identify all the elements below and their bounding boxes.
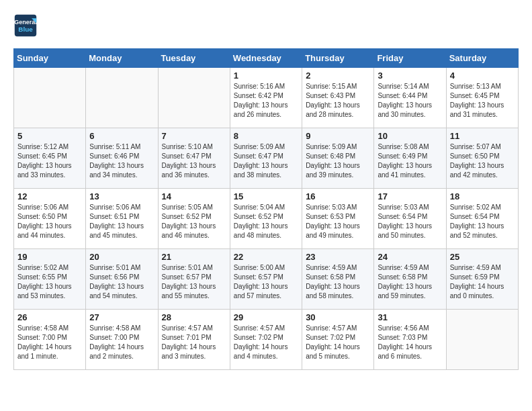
day-header-friday: Friday [374, 49, 446, 68]
day-number: 24 [378, 252, 442, 262]
day-number: 18 [450, 191, 515, 201]
calendar-cell: 21Sunrise: 5:01 AM Sunset: 6:57 PM Dayli… [158, 249, 230, 310]
cell-info: Sunrise: 5:02 AM Sunset: 6:54 PM Dayligh… [450, 203, 515, 240]
cell-info: Sunrise: 5:13 AM Sunset: 6:45 PM Dayligh… [450, 82, 515, 120]
day-number: 6 [89, 131, 154, 141]
cell-info: Sunrise: 4:57 AM Sunset: 7:02 PM Dayligh… [234, 324, 298, 361]
calendar-cell: 23Sunrise: 4:59 AM Sunset: 6:58 PM Dayli… [302, 249, 374, 310]
calendar-cell: 5Sunrise: 5:12 AM Sunset: 6:45 PM Daylig… [14, 128, 86, 189]
cell-info: Sunrise: 5:09 AM Sunset: 6:48 PM Dayligh… [306, 142, 370, 180]
calendar-cell: 8Sunrise: 5:09 AM Sunset: 6:47 PM Daylig… [230, 128, 302, 189]
cell-info: Sunrise: 5:12 AM Sunset: 6:45 PM Dayligh… [17, 142, 82, 180]
cell-info: Sunrise: 5:16 AM Sunset: 6:42 PM Dayligh… [234, 82, 298, 120]
day-number: 30 [306, 312, 370, 322]
calendar-week-5: 26Sunrise: 4:58 AM Sunset: 7:00 PM Dayli… [14, 310, 519, 370]
calendar-cell: 12Sunrise: 5:06 AM Sunset: 6:50 PM Dayli… [14, 189, 86, 249]
day-number: 11 [450, 131, 515, 141]
calendar-week-1: 1Sunrise: 5:16 AM Sunset: 6:42 PM Daylig… [14, 68, 519, 128]
cell-info: Sunrise: 5:04 AM Sunset: 6:52 PM Dayligh… [234, 203, 298, 240]
cell-info: Sunrise: 5:06 AM Sunset: 6:51 PM Dayligh… [89, 203, 154, 240]
calendar-cell: 16Sunrise: 5:03 AM Sunset: 6:53 PM Dayli… [302, 189, 374, 249]
day-number: 13 [89, 191, 154, 201]
calendar-cell: 10Sunrise: 5:08 AM Sunset: 6:49 PM Dayli… [374, 128, 446, 189]
calendar-cell [158, 68, 230, 128]
cell-info: Sunrise: 5:15 AM Sunset: 6:43 PM Dayligh… [306, 82, 370, 120]
calendar-cell: 31Sunrise: 4:56 AM Sunset: 7:03 PM Dayli… [374, 310, 446, 370]
cell-info: Sunrise: 5:01 AM Sunset: 6:56 PM Dayligh… [89, 263, 154, 301]
calendar-body: 1Sunrise: 5:16 AM Sunset: 6:42 PM Daylig… [14, 68, 519, 370]
calendar-cell: 9Sunrise: 5:09 AM Sunset: 6:48 PM Daylig… [302, 128, 374, 189]
calendar-cell: 6Sunrise: 5:11 AM Sunset: 6:46 PM Daylig… [86, 128, 158, 189]
day-header-thursday: Thursday [302, 49, 374, 68]
day-number: 28 [162, 312, 226, 322]
day-number: 9 [306, 131, 370, 141]
cell-info: Sunrise: 4:57 AM Sunset: 7:02 PM Dayligh… [306, 324, 370, 361]
calendar-cell: 15Sunrise: 5:04 AM Sunset: 6:52 PM Dayli… [230, 189, 302, 249]
logo-icon: General Blue [13, 13, 38, 38]
cell-info: Sunrise: 4:59 AM Sunset: 6:59 PM Dayligh… [450, 263, 515, 301]
cell-info: Sunrise: 5:14 AM Sunset: 6:44 PM Dayligh… [378, 82, 442, 120]
cell-info: Sunrise: 5:05 AM Sunset: 6:52 PM Dayligh… [162, 203, 226, 240]
calendar-cell: 24Sunrise: 4:59 AM Sunset: 6:58 PM Dayli… [374, 249, 446, 310]
cell-info: Sunrise: 5:11 AM Sunset: 6:46 PM Dayligh… [89, 142, 154, 180]
day-header-tuesday: Tuesday [158, 49, 230, 68]
cell-info: Sunrise: 4:57 AM Sunset: 7:01 PM Dayligh… [162, 324, 226, 361]
calendar-week-2: 5Sunrise: 5:12 AM Sunset: 6:45 PM Daylig… [14, 128, 519, 189]
cell-info: Sunrise: 4:58 AM Sunset: 7:00 PM Dayligh… [17, 324, 82, 361]
logo: General Blue [13, 13, 40, 38]
calendar-cell: 2Sunrise: 5:15 AM Sunset: 6:43 PM Daylig… [302, 68, 374, 128]
calendar-week-4: 19Sunrise: 5:02 AM Sunset: 6:55 PM Dayli… [14, 249, 519, 310]
calendar-cell: 29Sunrise: 4:57 AM Sunset: 7:02 PM Dayli… [230, 310, 302, 370]
day-number: 31 [378, 312, 442, 322]
cell-info: Sunrise: 5:10 AM Sunset: 6:47 PM Dayligh… [162, 142, 226, 180]
cell-info: Sunrise: 5:00 AM Sunset: 6:57 PM Dayligh… [234, 263, 298, 301]
day-number: 29 [234, 312, 298, 322]
day-number: 17 [378, 191, 442, 201]
cell-info: Sunrise: 4:59 AM Sunset: 6:58 PM Dayligh… [306, 263, 370, 301]
cell-info: Sunrise: 4:59 AM Sunset: 6:58 PM Dayligh… [378, 263, 442, 301]
day-number: 3 [378, 71, 442, 81]
day-number: 20 [89, 252, 154, 262]
day-number: 8 [234, 131, 298, 141]
day-number: 16 [306, 191, 370, 201]
calendar-cell: 7Sunrise: 5:10 AM Sunset: 6:47 PM Daylig… [158, 128, 230, 189]
day-number: 22 [234, 252, 298, 262]
calendar-cell: 11Sunrise: 5:07 AM Sunset: 6:50 PM Dayli… [446, 128, 518, 189]
calendar-cell: 4Sunrise: 5:13 AM Sunset: 6:45 PM Daylig… [446, 68, 518, 128]
calendar-cell [446, 310, 518, 370]
calendar-cell: 14Sunrise: 5:05 AM Sunset: 6:52 PM Dayli… [158, 189, 230, 249]
calendar-cell [86, 68, 158, 128]
day-header-monday: Monday [86, 49, 158, 68]
calendar-cell: 28Sunrise: 4:57 AM Sunset: 7:01 PM Dayli… [158, 310, 230, 370]
day-number: 19 [17, 252, 82, 262]
calendar-cell: 17Sunrise: 5:03 AM Sunset: 6:54 PM Dayli… [374, 189, 446, 249]
day-number: 5 [17, 131, 82, 141]
calendar-cell: 20Sunrise: 5:01 AM Sunset: 6:56 PM Dayli… [86, 249, 158, 310]
cell-info: Sunrise: 5:03 AM Sunset: 6:54 PM Dayligh… [378, 203, 442, 240]
day-number: 25 [450, 252, 515, 262]
calendar-week-3: 12Sunrise: 5:06 AM Sunset: 6:50 PM Dayli… [14, 189, 519, 249]
calendar-cell: 19Sunrise: 5:02 AM Sunset: 6:55 PM Dayli… [14, 249, 86, 310]
header-row: SundayMondayTuesdayWednesdayThursdayFrid… [14, 49, 519, 68]
calendar-cell: 18Sunrise: 5:02 AM Sunset: 6:54 PM Dayli… [446, 189, 518, 249]
day-header-sunday: Sunday [14, 49, 86, 68]
cell-info: Sunrise: 5:09 AM Sunset: 6:47 PM Dayligh… [234, 142, 298, 180]
calendar-header: SundayMondayTuesdayWednesdayThursdayFrid… [14, 49, 519, 68]
day-number: 1 [234, 71, 298, 81]
calendar-cell: 22Sunrise: 5:00 AM Sunset: 6:57 PM Dayli… [230, 249, 302, 310]
cell-info: Sunrise: 5:08 AM Sunset: 6:49 PM Dayligh… [378, 142, 442, 180]
day-number: 10 [378, 131, 442, 141]
cell-info: Sunrise: 5:02 AM Sunset: 6:55 PM Dayligh… [17, 263, 82, 301]
day-number: 23 [306, 252, 370, 262]
calendar-cell: 3Sunrise: 5:14 AM Sunset: 6:44 PM Daylig… [374, 68, 446, 128]
calendar-cell [14, 68, 86, 128]
calendar-table: SundayMondayTuesdayWednesdayThursdayFrid… [13, 48, 519, 370]
calendar-cell: 26Sunrise: 4:58 AM Sunset: 7:00 PM Dayli… [14, 310, 86, 370]
cell-info: Sunrise: 5:01 AM Sunset: 6:57 PM Dayligh… [162, 263, 226, 301]
calendar-cell: 13Sunrise: 5:06 AM Sunset: 6:51 PM Dayli… [86, 189, 158, 249]
day-number: 2 [306, 71, 370, 81]
day-number: 21 [162, 252, 226, 262]
calendar-cell: 25Sunrise: 4:59 AM Sunset: 6:59 PM Dayli… [446, 249, 518, 310]
day-number: 4 [450, 71, 515, 81]
calendar-cell: 30Sunrise: 4:57 AM Sunset: 7:02 PM Dayli… [302, 310, 374, 370]
